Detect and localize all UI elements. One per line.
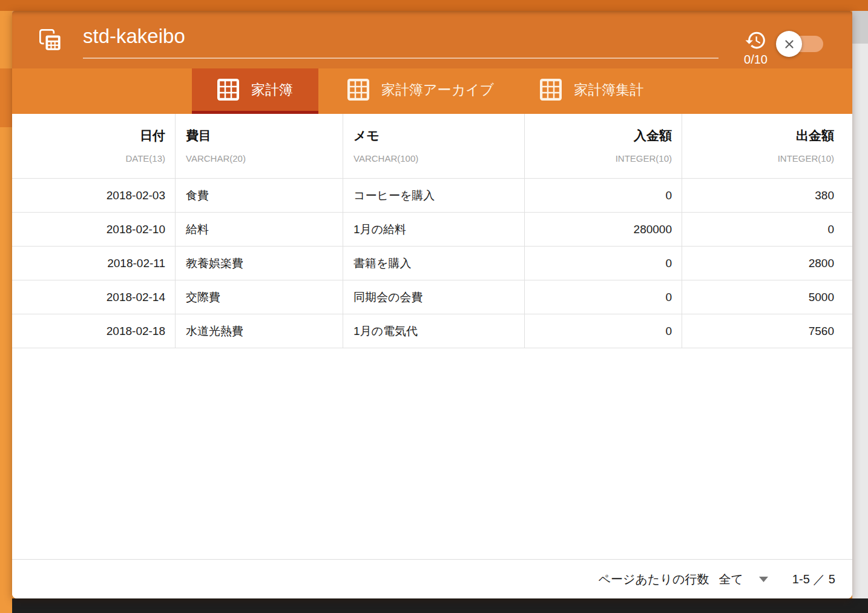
- rows-per-page-value: 全て: [718, 571, 743, 588]
- column-header[interactable]: 費目VARCHAR(20): [176, 114, 343, 178]
- tab-label: 家計簿集計: [574, 81, 643, 99]
- table-cell: 380: [682, 179, 852, 212]
- column-name: 費目: [186, 126, 333, 145]
- column-type: INTEGER(10): [692, 153, 834, 165]
- chevron-down-icon: [759, 577, 768, 582]
- column-name: 日付: [22, 126, 165, 145]
- table-grid-icon: [540, 79, 562, 101]
- table-multiple-icon: [38, 28, 62, 52]
- table-cell: 教養娯楽費: [176, 247, 343, 280]
- table-cell: 同期会の会費: [343, 280, 525, 314]
- scrollbar-thumb[interactable]: [852, 11, 868, 44]
- table-empty-area: [12, 348, 852, 559]
- history-icon: [745, 29, 767, 51]
- history-counter: 0/10: [744, 52, 768, 67]
- column-header[interactable]: メモVARCHAR(100): [343, 114, 525, 178]
- column-name: 出金額: [692, 126, 834, 145]
- table-grid-icon: [347, 79, 369, 101]
- tab-item-1[interactable]: 家計簿アーカイブ: [330, 68, 511, 114]
- table-cell: 2018-02-14: [12, 280, 176, 314]
- table-cell: 280000: [525, 213, 682, 246]
- table-row[interactable]: 2018-02-18水道光熱費1月の電気代07560: [12, 314, 852, 348]
- table-row[interactable]: 2018-02-03食費コーヒーを購入0380: [12, 179, 852, 213]
- header-toggle[interactable]: [783, 36, 823, 52]
- table-cell: 交際費: [176, 280, 343, 314]
- column-type: DATE(13): [22, 153, 165, 165]
- table-cell: 2018-02-11: [12, 247, 176, 280]
- tab-bar: 家計簿家計簿アーカイブ家計簿集計: [12, 68, 852, 114]
- tab-label: 家計簿アーカイブ: [381, 81, 494, 99]
- column-name: 入金額: [535, 126, 672, 145]
- table-cell: 書籍を購入: [343, 247, 525, 280]
- table-cell: 0: [525, 247, 682, 280]
- table-row[interactable]: 2018-02-11教養娯楽費書籍を購入02800: [12, 247, 852, 280]
- toggle-knob[interactable]: [776, 31, 802, 57]
- page-background-band: [0, 68, 12, 127]
- dialog-header: std-kakeibo 0/10: [12, 11, 852, 68]
- table-cell: 0: [682, 213, 852, 246]
- table-footer: ページあたりの行数 全て 1-5 ／ 5: [12, 559, 852, 598]
- table-cell: 0: [525, 280, 682, 314]
- history-control[interactable]: 0/10: [744, 29, 768, 67]
- table-row[interactable]: 2018-02-14交際費同期会の会費05000: [12, 280, 852, 314]
- scrollbar-track[interactable]: [852, 11, 868, 598]
- rows-per-page-select[interactable]: 全て: [718, 571, 768, 588]
- column-type: VARCHAR(20): [186, 153, 333, 165]
- table-cell: 0: [525, 179, 682, 212]
- table-cell: 1月の電気代: [343, 314, 525, 348]
- table-cell: 2800: [682, 247, 852, 280]
- column-type: VARCHAR(100): [353, 153, 515, 165]
- tab-item-2[interactable]: 家計簿集計: [523, 68, 660, 114]
- tab-label: 家計簿: [251, 81, 293, 99]
- top-strip: [0, 0, 868, 11]
- column-name: メモ: [353, 126, 515, 145]
- column-header[interactable]: 日付DATE(13): [12, 114, 176, 178]
- rows-per-page-label: ページあたりの行数: [599, 571, 709, 588]
- table-cell: 7560: [682, 314, 852, 348]
- table-body: 2018-02-03食費コーヒーを購入03802018-02-10給料1月の給料…: [12, 179, 852, 348]
- column-header[interactable]: 入金額INTEGER(10): [525, 114, 682, 178]
- table-cell: 給料: [176, 213, 343, 246]
- column-type: INTEGER(10): [535, 153, 672, 165]
- table-cell: 2018-02-03: [12, 179, 176, 212]
- table-cell: 水道光熱費: [176, 314, 343, 348]
- bottom-dark-bar: [12, 598, 868, 613]
- table-grid-icon: [217, 79, 239, 101]
- column-header[interactable]: 出金額INTEGER(10): [682, 114, 852, 178]
- pagination-range: 1-5 ／ 5: [792, 571, 835, 588]
- table-cell: 2018-02-10: [12, 213, 176, 246]
- table-cell: 1月の給料: [343, 213, 525, 246]
- close-icon: [783, 38, 796, 51]
- table-cell: 5000: [682, 280, 852, 314]
- table-title-field[interactable]: std-kakeibo: [83, 21, 718, 59]
- table-cell: 2018-02-18: [12, 314, 176, 348]
- data-table: 日付DATE(13)費目VARCHAR(20)メモVARCHAR(100)入金額…: [12, 114, 852, 559]
- table-header-row: 日付DATE(13)費目VARCHAR(20)メモVARCHAR(100)入金額…: [12, 114, 852, 179]
- table-cell: 0: [525, 314, 682, 348]
- table-cell: 食費: [176, 179, 343, 212]
- table-dialog: std-kakeibo 0/10 家計簿家計簿アーカイブ家計簿集計 日付DATE…: [12, 11, 852, 598]
- table-cell: コーヒーを購入: [343, 179, 525, 212]
- tab-item-0[interactable]: 家計簿: [192, 68, 318, 114]
- table-row[interactable]: 2018-02-10給料1月の給料2800000: [12, 213, 852, 247]
